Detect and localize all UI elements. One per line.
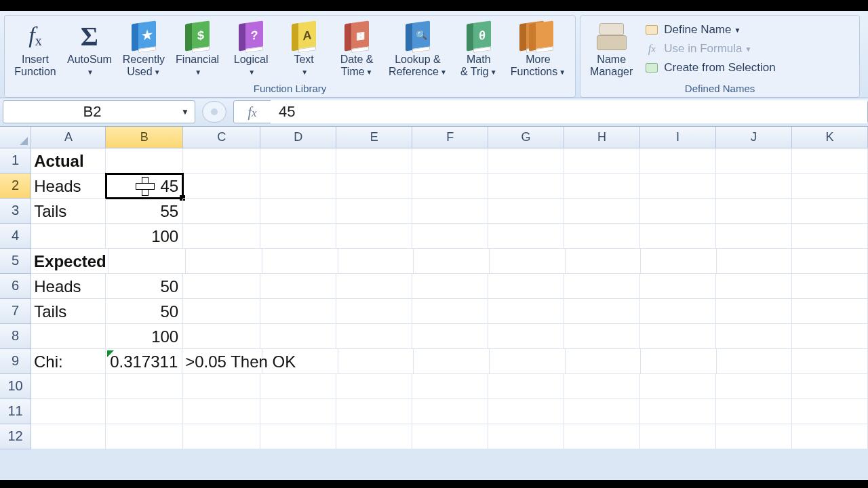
cell[interactable] [260,174,336,199]
cell[interactable] [716,148,792,174]
cell[interactable] [564,224,640,249]
row-header[interactable]: 4 [0,224,31,249]
cell[interactable]: 50 [106,274,183,299]
cell[interactable] [564,274,640,299]
cell[interactable] [412,399,488,424]
column-header[interactable]: K [792,127,868,148]
cell[interactable]: Chi: [31,349,106,374]
row-header[interactable]: 9 [0,349,31,374]
cell[interactable] [488,374,564,399]
cell[interactable] [183,399,260,424]
cell[interactable]: Expected [31,249,108,274]
select-all-corner[interactable] [0,127,31,148]
cell[interactable] [640,374,716,399]
cell[interactable] [564,374,640,399]
cell[interactable] [412,374,488,399]
cell[interactable] [640,424,716,449]
row-header[interactable]: 10 [0,374,31,399]
row-header[interactable]: 3 [0,199,31,224]
use-in-formula-button[interactable]: fx Use in Formula ▼ [641,39,779,58]
cell[interactable] [564,299,640,324]
cell[interactable] [106,148,183,174]
cell[interactable] [108,249,186,274]
cell[interactable] [716,324,792,349]
cell[interactable]: 100 [106,324,183,349]
cell[interactable]: 100 [106,224,183,249]
cell[interactable] [412,224,488,249]
cell[interactable] [183,148,260,174]
cell[interactable] [183,324,260,349]
cell[interactable] [414,349,490,374]
column-header[interactable]: A [31,127,106,148]
cell[interactable]: Heads [31,274,106,299]
row-header[interactable]: 2 [0,174,31,199]
cell[interactable] [183,274,260,299]
cell[interactable] [260,299,336,324]
cell[interactable]: 45 [106,174,183,199]
cell[interactable] [564,424,640,449]
cell[interactable] [792,274,868,299]
cell[interactable]: Tails [31,199,106,224]
cell[interactable] [792,148,868,174]
financial-button[interactable]: $ Financial▼ [170,18,224,80]
cell[interactable] [106,374,183,399]
cell[interactable] [566,249,642,274]
name-manager-button[interactable]: NameManager [585,18,638,80]
cell[interactable] [564,199,640,224]
cell[interactable] [488,399,564,424]
column-header[interactable]: J [716,127,792,148]
cell[interactable] [31,324,106,349]
cell[interactable] [336,224,412,249]
cell[interactable] [412,174,488,199]
row-header[interactable]: 1 [0,148,31,174]
column-header[interactable]: E [336,127,412,148]
row-header[interactable]: 12 [0,424,31,449]
cell[interactable] [336,324,412,349]
cell[interactable] [412,274,488,299]
cell[interactable] [641,249,717,274]
cell[interactable] [488,299,564,324]
cell[interactable] [31,374,106,399]
cell[interactable] [564,174,640,199]
cell[interactable] [640,199,716,224]
column-header[interactable]: I [640,127,716,148]
cell[interactable] [792,324,868,349]
autosum-button[interactable]: Σ AutoSum▼ [62,18,117,80]
cell[interactable] [336,424,412,449]
cell[interactable] [716,174,792,199]
cell[interactable] [488,148,564,174]
cell[interactable]: 0.317311 [106,349,183,374]
define-name-button[interactable]: Define Name ▼ [641,20,779,39]
cell[interactable] [716,199,792,224]
cell[interactable] [31,399,106,424]
cell[interactable] [336,199,412,224]
cell[interactable] [640,324,716,349]
create-from-selection-button[interactable]: Create from Selection [641,58,779,77]
cell[interactable] [183,424,260,449]
name-box[interactable]: B2 ▼ [3,100,195,123]
cell[interactable] [564,148,640,174]
cell[interactable] [106,399,183,424]
cell[interactable] [792,374,868,399]
cell[interactable] [106,424,183,449]
cell[interactable] [488,274,564,299]
cell[interactable] [260,374,336,399]
cell[interactable]: >0.05 Then OK [182,349,262,374]
cell[interactable] [640,174,716,199]
insert-function-button[interactable]: fx InsertFunction [9,18,62,80]
cell[interactable]: 50 [106,299,183,324]
cell[interactable] [412,424,488,449]
cell[interactable] [336,148,412,174]
cell[interactable] [792,424,868,449]
cell[interactable] [414,249,490,274]
recently-used-button[interactable]: ★ RecentlyUsed▼ [117,18,170,80]
cell[interactable] [260,399,336,424]
cell[interactable] [640,399,716,424]
math-trig-button[interactable]: θ Math& Trig▼ [452,18,505,80]
cell[interactable] [792,349,868,374]
cell[interactable] [488,224,564,249]
cell[interactable] [183,299,260,324]
cell[interactable] [260,424,336,449]
column-header[interactable]: D [260,127,336,148]
cell[interactable] [336,399,412,424]
